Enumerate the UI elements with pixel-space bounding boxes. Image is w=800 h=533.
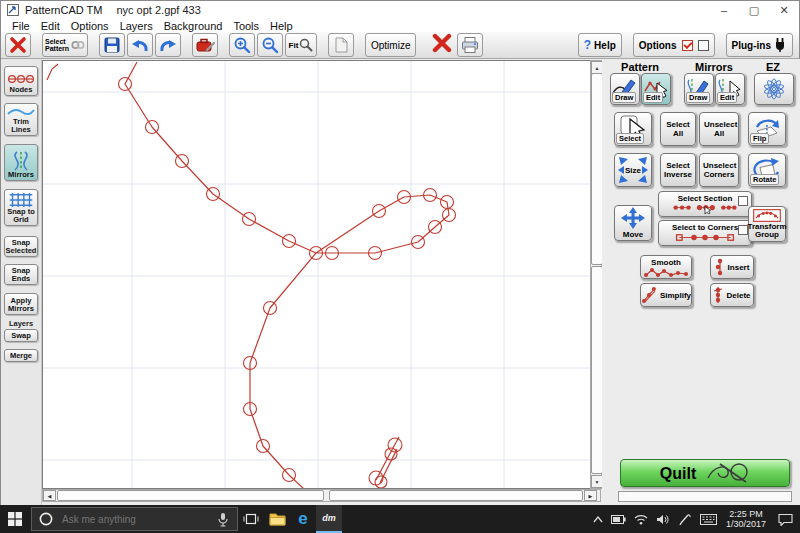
menu-background[interactable]: Background xyxy=(164,20,223,32)
battery-indicator[interactable] xyxy=(608,515,630,524)
vertical-scrollbar[interactable]: ▲ ▼ xyxy=(590,60,602,489)
simplify-button[interactable]: Simplify xyxy=(640,283,692,307)
pattern-draw-button[interactable]: Draw xyxy=(610,73,640,105)
hscroll-thumb-left[interactable] xyxy=(57,490,324,501)
plugins-button[interactable]: Plug-ins xyxy=(726,33,793,57)
needle-thread-icon xyxy=(706,462,750,484)
horizontal-scrollbar[interactable]: ◀ ▶ xyxy=(42,489,601,502)
scroll-right-icon[interactable]: ▶ xyxy=(584,490,597,501)
pattern-edit-button[interactable]: Edit xyxy=(641,73,671,105)
menu-bar: File Edit Options Layers Background Tool… xyxy=(1,19,799,33)
select-button[interactable]: Select xyxy=(614,112,652,146)
save-icon xyxy=(103,36,121,54)
swap-button[interactable]: Swap xyxy=(4,329,38,342)
menu-edit[interactable]: Edit xyxy=(41,20,60,32)
options-checkbox-empty[interactable] xyxy=(698,40,709,51)
snap-ends-button[interactable]: Snap Ends xyxy=(4,264,38,285)
wifi-indicator[interactable] xyxy=(630,514,652,525)
select-to-corners-button[interactable]: Select to Corners xyxy=(658,220,752,246)
menu-layers[interactable]: Layers xyxy=(120,20,153,32)
redo-button[interactable] xyxy=(155,33,181,57)
edge-icon: e xyxy=(298,509,307,529)
edge-browser-button[interactable]: e xyxy=(290,505,316,533)
search-input[interactable] xyxy=(60,513,204,526)
hscroll-thumb-right[interactable] xyxy=(329,490,583,501)
date-text: 1/30/2017 xyxy=(726,519,766,529)
rotate-button[interactable]: Rotate xyxy=(748,153,786,187)
zoom-fit-button[interactable]: Fit xyxy=(285,33,317,57)
microphone-icon[interactable] xyxy=(217,512,229,527)
volume-indicator[interactable] xyxy=(652,514,674,525)
select-all-button[interactable]: Select All xyxy=(660,112,696,146)
maximize-icon[interactable]: ▢ xyxy=(739,1,769,19)
unselect-all-button[interactable]: Unselect All xyxy=(699,112,739,146)
unselect-corners-button[interactable]: Unselect Corners xyxy=(699,153,739,187)
transform-group-button[interactable]: Transform Group xyxy=(748,206,786,242)
patterncad-taskbar-button[interactable]: dm xyxy=(316,505,342,533)
apply-mirrors-button[interactable]: Apply Mirrors xyxy=(4,293,38,315)
save-button[interactable] xyxy=(99,33,125,57)
zoom-out-button[interactable] xyxy=(257,33,283,57)
trim-lines-button[interactable]: Trim Lines xyxy=(4,103,38,136)
options-button[interactable]: Options xyxy=(633,33,715,57)
clock[interactable]: 2:25 PM 1/30/2017 xyxy=(726,509,766,529)
move-button[interactable]: Move xyxy=(614,205,652,241)
mirrors-draw-button[interactable]: Draw xyxy=(684,73,714,105)
main-toolbar: Select Pattern xyxy=(1,32,799,59)
merge-button[interactable]: Merge xyxy=(4,349,38,362)
close-icon[interactable]: ✕ xyxy=(769,1,799,19)
snap-to-grid-button[interactable]: Snap to Grid xyxy=(4,189,38,226)
quilt-button[interactable]: Quilt xyxy=(620,459,790,487)
smooth-button[interactable]: Smooth xyxy=(640,255,692,279)
size-button[interactable]: Size xyxy=(614,153,652,187)
scroll-left-icon[interactable]: ◀ xyxy=(43,490,56,501)
menu-tools[interactable]: Tools xyxy=(233,20,259,32)
select-section-checkbox[interactable] xyxy=(738,196,748,206)
cortana-search-box[interactable] xyxy=(31,507,238,531)
delete-pattern-button[interactable] xyxy=(431,33,453,57)
mirrors-edit-button[interactable]: Edit xyxy=(715,73,745,105)
toolbox-icon xyxy=(195,36,215,54)
ez-button[interactable] xyxy=(754,73,794,105)
patterncad-window: PatternCAD TM nyc opt 2.gpf 433 – ▢ ✕ Fi… xyxy=(0,0,800,505)
zoom-in-button[interactable] xyxy=(229,33,255,57)
zoom-fit-icon xyxy=(299,38,313,52)
insert-button[interactable]: Insert xyxy=(710,255,754,279)
speaker-icon xyxy=(656,514,669,525)
action-center-button[interactable] xyxy=(770,513,800,526)
select-inverse-button[interactable]: Select Inverse xyxy=(660,153,696,187)
select-section-button[interactable]: Select Section xyxy=(658,191,752,217)
task-view-icon xyxy=(243,512,259,526)
touch-keyboard-indicator[interactable] xyxy=(696,514,722,525)
new-page-button[interactable] xyxy=(328,33,354,57)
file-explorer-button[interactable] xyxy=(264,505,290,533)
pattern-section-title: Pattern xyxy=(608,61,672,73)
exit-button[interactable] xyxy=(5,33,31,57)
task-view-button[interactable] xyxy=(238,505,264,533)
menu-options[interactable]: Options xyxy=(71,20,109,32)
menu-help[interactable]: Help xyxy=(270,20,293,32)
pattern-canvas[interactable] xyxy=(42,60,591,489)
nodes-button[interactable]: Nodes xyxy=(4,66,38,96)
delete-button[interactable]: Delete xyxy=(710,283,754,307)
undo-button[interactable] xyxy=(127,33,153,57)
flip-button[interactable]: Flip xyxy=(748,112,786,146)
move-arrows-icon xyxy=(621,207,645,229)
menu-file[interactable]: File xyxy=(12,20,30,32)
simplify-icon xyxy=(641,286,657,304)
mirrors-button[interactable]: Mirrors xyxy=(4,144,38,181)
blank-page-icon xyxy=(333,36,349,54)
eraser-tool-button[interactable] xyxy=(192,33,218,57)
pen-settings-indicator[interactable] xyxy=(674,513,696,525)
print-button[interactable] xyxy=(457,33,483,57)
tray-expand-button[interactable] xyxy=(588,516,608,523)
minimize-icon[interactable]: – xyxy=(709,1,739,19)
select-pattern-button[interactable]: Select Pattern xyxy=(42,33,88,57)
help-button[interactable]: ? Help xyxy=(578,33,622,57)
snap-selected-button[interactable]: Snap Selected xyxy=(4,236,38,257)
start-button[interactable] xyxy=(0,505,30,533)
main-area: Nodes Trim Lines Mirrors Snap to Grid xyxy=(1,59,799,506)
options-checkbox-checked[interactable] xyxy=(682,40,693,51)
optimize-button[interactable]: Optimize xyxy=(365,33,416,57)
printer-icon xyxy=(460,36,480,54)
